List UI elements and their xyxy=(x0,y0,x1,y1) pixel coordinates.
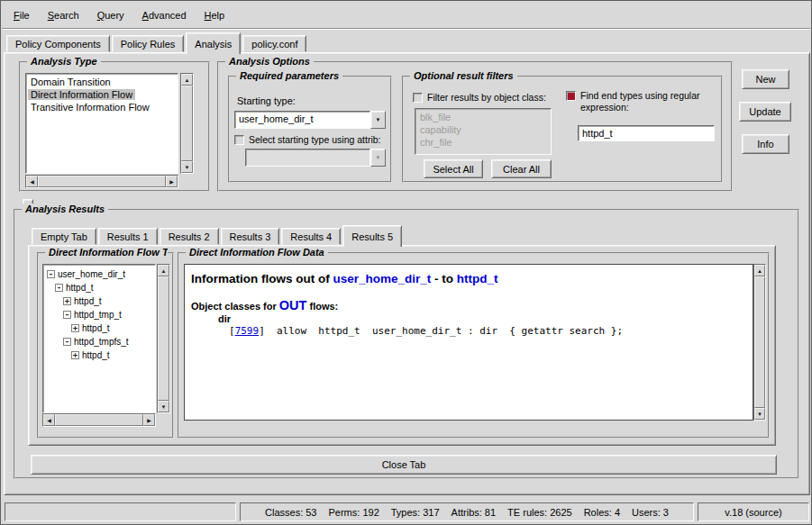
menu-item[interactable]: Query xyxy=(88,6,133,24)
analysis-results-group: Analysis Results Empty Tab Results 1 Res… xyxy=(14,209,799,479)
starting-type-combobox[interactable]: user_home_dir_t ▼ xyxy=(234,111,386,129)
scroll-right-icon[interactable]: ▶ xyxy=(166,176,178,187)
vertical-scrollbar[interactable]: ▲ ▼ xyxy=(157,264,170,413)
regex-input[interactable] xyxy=(578,125,715,141)
horizontal-scrollbar[interactable]: ◀ ▶ xyxy=(42,413,156,427)
optional-result-filters-title: Optional result filters xyxy=(410,70,517,81)
menu-item[interactable]: Advanced xyxy=(133,6,196,24)
rule-number-link[interactable]: 7599 xyxy=(235,325,260,337)
scrollbar-thumb[interactable] xyxy=(181,86,193,161)
main-tab-label: Policy Components xyxy=(15,39,101,50)
starting-type-value[interactable]: user_home_dir_t xyxy=(234,111,370,129)
scroll-left-icon[interactable]: ◀ xyxy=(43,414,55,426)
scrollbar-thumb[interactable] xyxy=(38,176,166,187)
analysis-type-title: Analysis Type xyxy=(27,56,101,67)
scroll-up-icon[interactable]: ▲ xyxy=(754,265,765,276)
main-tab[interactable]: Analysis xyxy=(186,32,241,54)
scroll-left-icon[interactable]: ◀ xyxy=(26,176,38,187)
attrib-checkbox[interactable] xyxy=(234,135,244,145)
main-panel: Analysis Type Domain Transition Direct I… xyxy=(4,52,810,495)
tree-node[interactable]: + httpd_t xyxy=(43,321,155,335)
results-content-panel: Direct Information Flow T - user_home_di… xyxy=(28,245,776,446)
apol-window: File Search Query Advanced Help Policy C… xyxy=(0,0,812,525)
main-tab-label: Policy Rules xyxy=(121,39,176,50)
results-tab[interactable]: Results 4 xyxy=(281,228,341,245)
object-class-listbox: blk_file capability chr_file xyxy=(415,108,552,155)
tree-expander-icon[interactable]: - xyxy=(55,284,63,292)
scroll-up-icon[interactable]: ▲ xyxy=(158,265,169,276)
update-button[interactable]: Update xyxy=(739,102,791,122)
tree-node[interactable]: - httpd_tmp_t xyxy=(43,308,155,321)
tree-node[interactable]: - httpd_t xyxy=(43,281,155,294)
object-class-item: capability xyxy=(415,123,551,136)
results-tab-label: Results 5 xyxy=(351,231,393,242)
vertical-scrollbar[interactable]: ▲ ▼ xyxy=(180,73,194,174)
scrollbar-thumb[interactable] xyxy=(158,276,169,401)
tree-expander-icon[interactable]: + xyxy=(71,324,79,332)
select-all-button[interactable]: Select All xyxy=(424,159,483,178)
results-tab[interactable]: Results 2 xyxy=(160,228,219,245)
main-tab[interactable]: Policy Rules xyxy=(112,35,185,52)
tree-node[interactable]: + httpd_t xyxy=(43,348,155,362)
results-tab-label: Results 4 xyxy=(290,231,332,242)
analysis-type-item[interactable]: Domain Transition xyxy=(26,76,178,88)
vertical-scrollbar[interactable]: ▲ ▼ xyxy=(753,264,766,421)
flow-heading: Information flows out of user_home_dir_t… xyxy=(191,272,746,285)
target-type: httpd_t xyxy=(457,272,498,285)
tree-node-label: httpd_t xyxy=(74,296,102,306)
analysis-type-item[interactable]: Direct Information Flow xyxy=(26,88,178,101)
filter-by-class-checkbox[interactable] xyxy=(413,93,423,103)
analysis-type-listbox[interactable]: Domain Transition Direct Information Flo… xyxy=(25,73,178,174)
flow-data-textarea[interactable]: Information flows out of user_home_dir_t… xyxy=(184,264,753,421)
scroll-down-icon[interactable]: ▼ xyxy=(181,161,193,173)
close-tab-button[interactable]: Close Tab xyxy=(31,455,777,475)
main-tab[interactable]: policy.conf xyxy=(242,35,306,52)
object-class-item-label: blk_file xyxy=(417,112,453,122)
tree-expander-icon[interactable]: - xyxy=(63,338,71,346)
analysis-type-item-label: Direct Information Flow xyxy=(28,89,135,100)
results-tab-label: Results 2 xyxy=(169,231,210,242)
results-tab[interactable]: Empty Tab xyxy=(32,228,96,245)
scroll-up-icon[interactable]: ▲ xyxy=(181,74,193,86)
flow-tree[interactable]: - user_home_dir_t - httpd_t + http xyxy=(42,264,156,413)
status-stat: TE rules: 2625 xyxy=(507,507,572,518)
scroll-down-icon[interactable]: ▼ xyxy=(158,401,169,412)
results-tab[interactable]: Results 1 xyxy=(98,228,158,245)
tree-node-label: user_home_dir_t xyxy=(58,269,125,279)
attrib-combobox-value xyxy=(245,149,370,167)
tree-node-label: httpd_tmp_t xyxy=(74,310,122,320)
info-button[interactable]: Info xyxy=(742,134,789,154)
tree-node[interactable]: + httpd_t xyxy=(43,294,155,308)
filter-by-class-checkbox-row: Filter results by object class: xyxy=(413,92,566,104)
scrollbar-thumb[interactable] xyxy=(754,276,765,408)
analysis-type-group: Analysis Type Domain Transition Direct I… xyxy=(19,61,210,192)
main-tab[interactable]: Policy Components xyxy=(6,35,110,52)
chevron-down-icon[interactable]: ▼ xyxy=(370,111,386,129)
menu-item[interactable]: Search xyxy=(39,6,88,24)
flow-tree-group: Direct Information Flow T - user_home_di… xyxy=(37,252,174,439)
scroll-right-icon[interactable]: ▶ xyxy=(143,414,155,426)
tree-expander-icon[interactable]: + xyxy=(63,297,71,305)
analysis-type-item[interactable]: Transitive Information Flow xyxy=(26,101,178,113)
results-tab[interactable]: Results 5 xyxy=(342,225,402,247)
menu-item[interactable]: Help xyxy=(196,6,234,24)
regex-checkbox[interactable] xyxy=(566,91,576,101)
tree-node-label: httpd_t xyxy=(82,323,110,333)
menu-item[interactable]: File xyxy=(5,6,39,24)
horizontal-scrollbar[interactable]: ◀ ▶ xyxy=(25,175,178,188)
new-button[interactable]: New xyxy=(742,69,789,89)
tree-expander-icon[interactable]: + xyxy=(71,351,79,359)
tree-expander-icon[interactable]: - xyxy=(63,311,71,319)
tree-node[interactable]: - user_home_dir_t xyxy=(43,267,155,281)
tree-node-label: httpd_t xyxy=(66,283,94,293)
object-class-item: blk_file xyxy=(415,111,551,123)
tree-expander-icon[interactable]: - xyxy=(47,270,55,278)
flow-data-group: Direct Information Flow Data Information… xyxy=(178,252,770,439)
analysis-results-title: Analysis Results xyxy=(22,204,108,214)
scrollbar-thumb[interactable] xyxy=(55,414,143,426)
scroll-down-icon[interactable]: ▼ xyxy=(754,408,765,420)
results-tab[interactable]: Results 3 xyxy=(221,228,280,245)
menu-item-label: Query xyxy=(97,10,124,21)
tree-node[interactable]: - httpd_tmpfs_t xyxy=(43,335,155,348)
clear-all-button[interactable]: Clear All xyxy=(491,159,552,178)
